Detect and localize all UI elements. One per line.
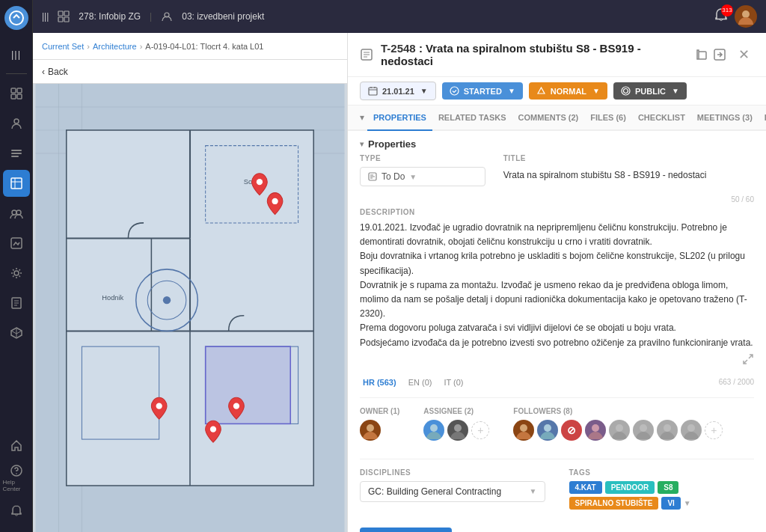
- svg-point-13: [14, 271, 19, 275]
- copy-icon[interactable]: [695, 48, 708, 61]
- svg-point-58: [367, 424, 374, 432]
- disciplines-value: GC: Building General Contracting: [368, 486, 501, 497]
- menu-lines[interactable]: |||: [42, 11, 49, 22]
- sidebar-item-models[interactable]: [3, 319, 30, 346]
- notification-button[interactable]: 313: [714, 7, 729, 26]
- svg-point-41: [163, 296, 171, 304]
- sidebar-item-groups[interactable]: [3, 200, 30, 227]
- status-button[interactable]: STARTED ▼: [442, 82, 523, 100]
- plans-button[interactable]: PLANS ▼: [360, 528, 452, 532]
- sidebar-item-menu[interactable]: |||: [3, 40, 30, 67]
- sidebar-item-help[interactable]: Help Center: [3, 460, 30, 496]
- sidebar-item-docs[interactable]: [3, 290, 30, 317]
- content-area: Current Set › Architecture › A-019-04-L0…: [33, 33, 766, 532]
- breadcrumb-architecture[interactable]: Architecture: [93, 42, 137, 51]
- date-button[interactable]: 21.01.21 ▼: [360, 82, 436, 100]
- sidebar-item-notifications[interactable]: [3, 498, 30, 525]
- title-field-group: TITLE Vrata na spiralnom stubištu S8 - B…: [503, 154, 754, 186]
- task-body: ▾ Properties TYPE To Do ▼ TITLE: [348, 131, 766, 532]
- blueprint-image[interactable]: Hodnik Soba: [33, 84, 347, 532]
- sidebar-item-projects[interactable]: [3, 80, 30, 107]
- people-section: OWNER (1) ASSIGNEE (2): [360, 397, 754, 450]
- tag-s8[interactable]: S8: [658, 481, 678, 494]
- disciplines-chevron-icon: ▼: [530, 487, 537, 495]
- task-title-sep: :: [419, 42, 426, 55]
- sidebar-item-tasks[interactable]: [3, 140, 30, 167]
- svg-rect-8: [11, 156, 19, 157]
- svg-point-55: [623, 89, 628, 94]
- follower-avatar-3[interactable]: ⊘: [561, 420, 582, 441]
- assignee-add-button[interactable]: +: [471, 421, 489, 439]
- svg-point-16: [16, 473, 17, 474]
- visibility-button[interactable]: PUBLIC ▼: [613, 82, 687, 100]
- char-count: 50 / 60: [360, 195, 754, 204]
- project-phase[interactable]: 03: izvedbeni projekt: [182, 11, 264, 22]
- owner-avatar-1[interactable]: [360, 420, 381, 441]
- title-field-value: Vrata na spiralnom stubištu S8 - BS919 -…: [503, 167, 754, 183]
- breadcrumb-sheet: A-019-04-L01: Tlocrt 4. kata L01: [145, 42, 263, 51]
- share-icon[interactable]: [713, 48, 726, 61]
- follower-avatar-1[interactable]: [513, 420, 534, 441]
- type-value: To Do: [382, 171, 405, 182]
- svg-rect-42: [206, 346, 291, 424]
- back-label: Back: [48, 67, 68, 77]
- user-avatar[interactable]: [735, 5, 757, 28]
- type-select-icon: [368, 172, 377, 181]
- svg-rect-1: [11, 88, 16, 93]
- followers-add-button[interactable]: +: [705, 421, 723, 439]
- lang-hr-tab[interactable]: HR (563): [360, 376, 399, 388]
- tab-meetings[interactable]: MEETINGS (3): [691, 106, 759, 131]
- sidebar-item-settings[interactable]: [3, 260, 30, 287]
- back-button[interactable]: ‹ Back: [33, 60, 347, 84]
- resize-icon[interactable]: [742, 353, 754, 365]
- svg-rect-7: [11, 153, 22, 154]
- project-name[interactable]: 278: Infobip ZG: [79, 11, 141, 22]
- disciplines-label: DISCIPLINES: [360, 468, 545, 477]
- lang-en-tab[interactable]: EN (0): [405, 376, 435, 388]
- tab-checklist[interactable]: CHECKLIST: [632, 106, 691, 131]
- disciplines-select[interactable]: GC: Building General Contracting ▼: [360, 481, 545, 502]
- tag-vi[interactable]: VI: [661, 497, 680, 510]
- tags-more-icon[interactable]: ▼: [684, 499, 691, 507]
- svg-rect-9: [11, 178, 22, 189]
- tab-collapse-icon[interactable]: ▾: [360, 112, 364, 123]
- follower-avatar-6[interactable]: [633, 420, 654, 441]
- assignee-avatar-2[interactable]: [447, 420, 468, 441]
- sidebar-item-reports[interactable]: [3, 230, 30, 257]
- follower-avatar-8[interactable]: [681, 420, 702, 441]
- svg-point-62: [544, 424, 551, 432]
- follower-avatar-5[interactable]: [609, 420, 630, 441]
- app-logo[interactable]: [4, 6, 28, 30]
- tab-related-tasks[interactable]: RELATED TASKS: [432, 106, 512, 131]
- properties-section-header: ▾ Properties: [360, 131, 754, 154]
- topbar-sep-1: |: [150, 11, 152, 22]
- followers-label: FOLLOWERS (8): [513, 407, 723, 415]
- tag-spiralno[interactable]: SPIRALNO STUBIŠTE: [569, 497, 659, 510]
- breadcrumb: Current Set › Architecture › A-019-04-L0…: [33, 33, 347, 60]
- assignee-avatar-1[interactable]: [423, 420, 444, 441]
- follower-blocked-icon: ⊘: [567, 424, 576, 436]
- tags-row: 4.KAT PENDOOR S8 SPIRALNO STUBIŠTE VI ▼: [569, 481, 755, 510]
- tab-properties[interactable]: PROPERTIES: [367, 106, 432, 131]
- sidebar-item-home[interactable]: [3, 432, 30, 459]
- section-collapse-icon[interactable]: ▾: [360, 140, 364, 148]
- type-select[interactable]: To Do ▼: [360, 167, 485, 186]
- breadcrumb-current-set[interactable]: Current Set: [42, 42, 84, 51]
- tab-files[interactable]: FILES (6): [584, 106, 632, 131]
- tag-pendoor[interactable]: PENDOOR: [605, 481, 655, 494]
- tab-history[interactable]: HISTORY: [759, 106, 766, 131]
- close-button[interactable]: ✕: [734, 45, 754, 64]
- assignee-avatars: +: [423, 420, 489, 441]
- follower-avatar-7[interactable]: [657, 420, 678, 441]
- svg-point-60: [454, 424, 462, 432]
- lang-it-tab[interactable]: IT (0): [441, 376, 466, 388]
- assignee-label: ASSIGNEE (2): [423, 407, 489, 415]
- tab-comments[interactable]: COMMENTS (2): [512, 106, 585, 131]
- follower-avatar-4[interactable]: [585, 420, 606, 441]
- follower-avatar-2[interactable]: [537, 420, 558, 441]
- notification-count: 313: [721, 4, 733, 16]
- tag-4kat[interactable]: 4.KAT: [569, 481, 602, 494]
- sidebar-item-blueprints[interactable]: [3, 170, 30, 197]
- sidebar-item-people[interactable]: [3, 110, 30, 137]
- priority-button[interactable]: NORMAL ▼: [529, 82, 607, 100]
